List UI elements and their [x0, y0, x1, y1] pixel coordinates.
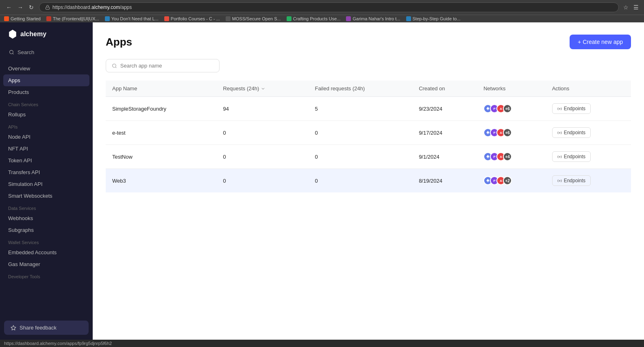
endpoints-icon — [557, 155, 562, 159]
bookmark-moss[interactable]: MOSS/Secure Open S... — [226, 16, 281, 21]
network-icon-plus: +6 — [503, 104, 512, 113]
alchemy-logo-icon — [8, 30, 17, 39]
svg-point-4 — [113, 64, 116, 68]
main-content: Apps + Create new app App Name Requests … — [93, 22, 644, 340]
sidebar-item-simulation-api[interactable]: Simulation API — [3, 178, 89, 190]
bookmark-step-by-step[interactable]: Step-by-Step Guide to... — [406, 16, 461, 21]
sidebar-item-node-api[interactable]: Node API — [3, 131, 89, 143]
table-header: App Name Requests (24h) Failed requests … — [106, 81, 631, 97]
svg-point-6 — [559, 108, 560, 109]
cell-networks: P A +4 — [477, 145, 545, 169]
cell-networks: P A +2 — [477, 169, 545, 193]
extensions-button[interactable]: ☰ — [632, 3, 640, 12]
endpoints-button[interactable]: Endpoints — [552, 127, 591, 138]
bookmark-frontend[interactable]: The (Frontend||UI|UX... — [46, 16, 99, 21]
bookmark-favicon — [46, 16, 51, 21]
cell-actions: Endpoints — [546, 169, 631, 193]
svg-marker-3 — [11, 325, 16, 330]
svg-line-2 — [13, 53, 13, 54]
star-feedback-icon — [11, 325, 16, 331]
cell-failed-requests: 5 — [308, 97, 412, 121]
cell-actions: Endpoints — [546, 121, 631, 145]
section-label-data-services: Data Services — [3, 202, 89, 212]
reload-button[interactable]: ↻ — [27, 3, 36, 11]
create-new-app-button[interactable]: + Create new app — [570, 35, 631, 49]
section-label-apis: APIs — [3, 120, 89, 131]
bookmark-crafting[interactable]: Crafting Products Use... — [287, 16, 341, 21]
sidebar-item-nft-api[interactable]: NFT API — [3, 143, 89, 155]
th-failed-requests: Failed requests (24h) — [308, 81, 412, 97]
svg-point-1 — [10, 50, 13, 54]
cell-created-on: 9/1/2024 — [412, 145, 477, 169]
back-button[interactable]: ← — [4, 3, 14, 11]
bookmarks-bar: Getting Started The (Frontend||UI|UX... … — [0, 15, 644, 22]
share-feedback-label: Share feedback — [20, 325, 57, 331]
bookmark-portfolio[interactable]: Portfolio Courses - C - ... — [164, 16, 220, 21]
table-row: TestNow009/1/2024 P A +4 Endpoints — [106, 145, 631, 169]
sidebar-item-smart-websockets[interactable]: Smart Websockets — [3, 190, 89, 202]
cell-requests: 0 — [216, 145, 308, 169]
network-icon-plus: +4 — [503, 152, 512, 161]
star-button[interactable]: ☆ — [622, 3, 630, 12]
sidebar-item-gas-manager[interactable]: Gas Manager — [3, 258, 89, 270]
sidebar-item-overview[interactable]: Overview — [3, 63, 89, 74]
bookmark-dont-need[interactable]: You Don't Need that L... — [105, 16, 159, 21]
table-row: Web3008/19/2024 P A +2 Endpoints — [106, 169, 631, 193]
endpoints-button[interactable]: Endpoints — [552, 175, 591, 186]
sidebar-search-button[interactable]: Search — [6, 47, 87, 58]
search-icon — [9, 50, 14, 55]
cell-app-name: e-test — [106, 121, 216, 145]
cell-created-on: 9/23/2024 — [412, 97, 477, 121]
address-bar[interactable]: https://dashboard.alchemy.com/apps — [39, 2, 619, 12]
svg-rect-0 — [46, 7, 50, 10]
cell-actions: Endpoints — [546, 97, 631, 121]
sidebar-item-embedded-accounts[interactable]: Embedded Accounts — [3, 247, 89, 258]
sidebar-item-transfers-api[interactable]: Transfers API — [3, 166, 89, 178]
forward-button[interactable]: → — [15, 3, 25, 11]
cell-created-on: 9/17/2024 — [412, 121, 477, 145]
browser-actions: ☆ ☰ — [622, 3, 640, 12]
table-row: e-test009/17/2024 P A +6 Endpoints — [106, 121, 631, 145]
bookmark-favicon — [406, 16, 411, 21]
cell-requests: 0 — [216, 169, 308, 193]
sidebar-item-webhooks[interactable]: Webhooks — [3, 212, 89, 224]
bookmark-favicon — [287, 16, 292, 21]
bookmark-favicon — [4, 16, 9, 21]
bookmark-getting-started[interactable]: Getting Started — [4, 16, 41, 21]
cell-app-name: Web3 — [106, 169, 216, 193]
th-app-name: App Name — [106, 81, 216, 97]
sidebar-item-rollups[interactable]: Rollups — [3, 109, 89, 120]
search-label: Search — [17, 49, 34, 55]
endpoints-icon — [557, 179, 562, 183]
sidebar-item-products[interactable]: Products — [3, 86, 89, 98]
endpoints-icon — [557, 131, 562, 135]
share-feedback-button[interactable]: Share feedback — [4, 321, 89, 335]
endpoints-button[interactable]: Endpoints — [552, 103, 591, 114]
lock-icon — [45, 5, 50, 10]
cell-failed-requests: 0 — [308, 121, 412, 145]
th-requests[interactable]: Requests (24h) — [216, 81, 308, 97]
cell-requests: 0 — [216, 121, 308, 145]
nav-buttons: ← → ↻ — [4, 3, 36, 11]
sidebar-item-subgraphs[interactable]: Subgraphs — [3, 224, 89, 236]
search-app-input[interactable] — [120, 63, 213, 69]
bookmark-favicon — [164, 16, 169, 21]
network-icon-plus: +2 — [503, 176, 512, 185]
network-icons: P A +6 — [483, 104, 539, 113]
search-apps-icon — [112, 63, 117, 69]
endpoints-button[interactable]: Endpoints — [552, 151, 591, 162]
section-label-wallet-services: Wallet Services — [3, 236, 89, 247]
sidebar-item-token-api[interactable]: Token API — [3, 155, 89, 166]
svg-point-9 — [559, 180, 560, 181]
bookmark-garima[interactable]: Garima Nahar's Intro t... — [346, 16, 400, 21]
sidebar-item-apps[interactable]: Apps — [3, 74, 89, 86]
th-created-on: Created on — [412, 81, 477, 97]
section-label-developer-tools: Developer Tools — [3, 270, 89, 281]
svg-point-7 — [559, 132, 560, 133]
svg-line-5 — [115, 67, 116, 68]
cell-app-name: TestNow — [106, 145, 216, 169]
network-icons: P A +6 — [483, 128, 539, 137]
bookmark-favicon — [226, 16, 231, 21]
sidebar-logo: alchemy — [0, 22, 93, 44]
browser-chrome: ← → ↻ https://dashboard.alchemy.com/apps… — [0, 0, 644, 15]
